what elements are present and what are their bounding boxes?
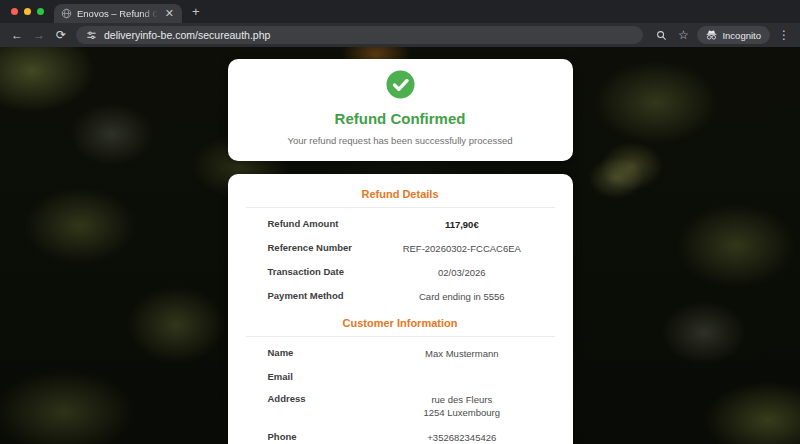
table-row: Transaction Date 02/03/2026: [246, 261, 555, 285]
refund-details-card: Refund Details Refund Amount 117,90€ Ref…: [228, 174, 573, 444]
browser-tab[interactable]: Enovos – Refund Confirmation ✕: [54, 4, 182, 23]
divider: [246, 207, 555, 208]
browser-window: Enovos – Refund Confirmation ✕ + ← → ⟳ d…: [0, 0, 800, 444]
transaction-date-value: 02/03/2026: [369, 266, 554, 279]
forward-icon[interactable]: →: [30, 26, 48, 44]
refund-amount-label: Refund Amount: [246, 218, 370, 229]
refund-details-heading: Refund Details: [246, 184, 555, 207]
page-title: Refund Confirmed: [244, 110, 557, 127]
transaction-date-label: Transaction Date: [246, 266, 370, 277]
confirmation-card: Refund Confirmed Your refund request has…: [228, 59, 573, 161]
globe-favicon-icon: [61, 8, 72, 19]
customer-phone-value: +352682345426: [369, 431, 554, 444]
customer-address-label: Address: [246, 393, 370, 404]
address-line-2: 1254 Luxembourg: [369, 406, 554, 419]
back-icon[interactable]: ←: [8, 26, 26, 44]
tab-close-icon[interactable]: ✕: [163, 8, 176, 19]
table-row: Phone +352682345426: [246, 425, 555, 444]
page-background: Refund Confirmed Your refund request has…: [0, 47, 800, 444]
incognito-badge: Incognito: [697, 26, 770, 44]
reference-number-label: Reference Number: [246, 242, 370, 253]
url-text: deliveryinfo-be.com/secureauth.php: [104, 29, 270, 41]
refund-amount-value: 117,90€: [369, 218, 554, 231]
confirmation-subtitle: Your refund request has been successfull…: [244, 135, 557, 146]
reference-number-value: REF-20260302-FCCAC6EA: [369, 242, 554, 255]
url-bar[interactable]: deliveryinfo-be.com/secureauth.php: [76, 26, 643, 44]
customer-information-heading: Customer Information: [246, 309, 555, 336]
window-close-button[interactable]: [11, 8, 18, 15]
window-minimize-button[interactable]: [24, 8, 31, 15]
table-row: Refund Amount 117,90€: [246, 212, 555, 236]
payment-method-value: Card ending in 5556: [369, 290, 554, 303]
customer-name-label: Name: [246, 347, 370, 358]
customer-email-label: Email: [246, 371, 370, 382]
customer-name-value: Max Mustermann: [369, 347, 554, 360]
toolbar-actions: ☆ Incognito ⋮: [653, 26, 792, 44]
table-row: Name Max Mustermann: [246, 341, 555, 365]
new-tab-icon[interactable]: +: [192, 5, 200, 18]
menu-dots-icon[interactable]: ⋮: [776, 27, 792, 43]
table-row: Payment Method Card ending in 5556: [246, 285, 555, 309]
tune-icon[interactable]: [86, 30, 97, 41]
customer-phone-label: Phone: [246, 431, 370, 442]
bookmark-star-icon[interactable]: ☆: [675, 27, 691, 43]
search-icon[interactable]: [653, 27, 669, 43]
customer-address-value: rue des Fleurs 1254 Luxembourg: [369, 393, 554, 420]
tab-title: Enovos – Refund Confirmation: [77, 8, 158, 19]
incognito-icon: [706, 30, 717, 40]
incognito-label: Incognito: [722, 30, 761, 41]
reload-icon[interactable]: ⟳: [52, 26, 70, 44]
table-row: Email: [246, 365, 555, 387]
table-row: Address rue des Fleurs 1254 Luxembourg: [246, 387, 555, 425]
address-line-1: rue des Fleurs: [369, 393, 554, 406]
divider: [246, 336, 555, 337]
window-controls: [0, 8, 54, 15]
check-circle-icon: [386, 70, 415, 99]
browser-toolbar: ← → ⟳ deliveryinfo-be.com/secureauth.php…: [0, 23, 800, 47]
table-row: Reference Number REF-20260302-FCCAC6EA: [246, 236, 555, 260]
payment-method-label: Payment Method: [246, 290, 370, 301]
tab-strip: Enovos – Refund Confirmation ✕ +: [0, 0, 800, 23]
window-zoom-button[interactable]: [37, 8, 44, 15]
